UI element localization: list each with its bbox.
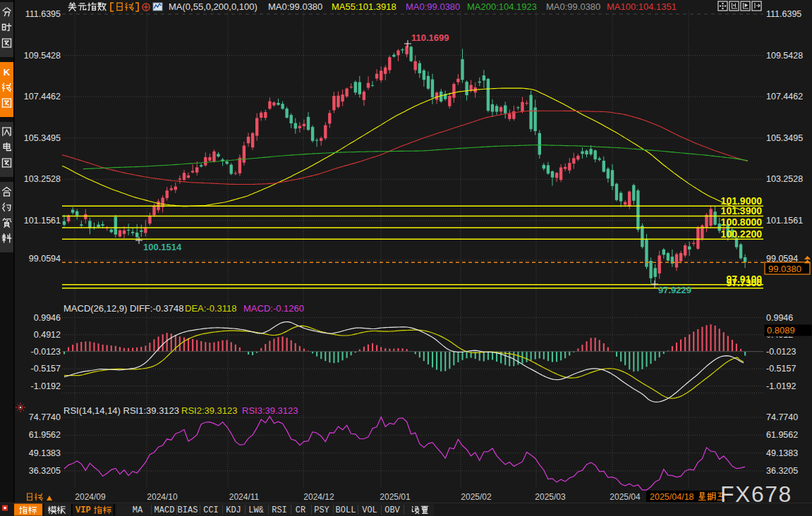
svg-text:MA200:104.1923: MA200:104.1923 bbox=[467, 1, 537, 12]
svg-text:97.9229: 97.9229 bbox=[658, 285, 691, 295]
svg-text:107.4462: 107.4462 bbox=[766, 92, 803, 102]
svg-text:MACD: MACD bbox=[154, 505, 175, 515]
svg-text:OBV: OBV bbox=[384, 505, 400, 515]
svg-text:36.3205: 36.3205 bbox=[29, 466, 61, 476]
svg-text:99.0594: 99.0594 bbox=[29, 254, 61, 264]
svg-text:-0.0123: -0.0123 bbox=[31, 347, 61, 357]
svg-text:100.8000: 100.8000 bbox=[721, 216, 763, 228]
svg-text:MA0:99.0380: MA0:99.0380 bbox=[406, 1, 460, 12]
svg-text:-1.0192: -1.0192 bbox=[766, 381, 796, 391]
svg-text:0.4912: 0.4912 bbox=[34, 330, 61, 340]
svg-text:61.9562: 61.9562 bbox=[766, 430, 798, 440]
svg-text:CCI: CCI bbox=[203, 505, 219, 515]
svg-text:MA(0,55,0,200,0,100): MA(0,55,0,200,0,100) bbox=[169, 1, 257, 12]
svg-text:0.9946: 0.9946 bbox=[766, 313, 793, 323]
svg-text:109.5428: 109.5428 bbox=[766, 51, 803, 61]
svg-text:MACD(26,12,9) DIFF:-0.3748: MACD(26,12,9) DIFF:-0.3748 bbox=[63, 303, 184, 314]
svg-text:101.1561: 101.1561 bbox=[766, 216, 803, 226]
svg-text:74.7740: 74.7740 bbox=[29, 412, 61, 422]
svg-text:2024/10: 2024/10 bbox=[147, 492, 178, 502]
svg-text:BOLL: BOLL bbox=[336, 505, 356, 515]
svg-text:105.3495: 105.3495 bbox=[766, 133, 803, 143]
svg-text:2024/11: 2024/11 bbox=[229, 492, 260, 502]
svg-text:PSY: PSY bbox=[314, 505, 329, 515]
svg-text:103.2528: 103.2528 bbox=[24, 174, 61, 184]
svg-text:49.1383: 49.1383 bbox=[766, 448, 798, 458]
svg-text:MA: MA bbox=[133, 505, 143, 515]
svg-text:2025/01: 2025/01 bbox=[380, 492, 411, 502]
svg-text:74.7740: 74.7740 bbox=[766, 412, 798, 422]
svg-text:2025/02: 2025/02 bbox=[461, 492, 492, 502]
svg-text:RSI3:39.3123: RSI3:39.3123 bbox=[242, 405, 298, 416]
svg-text:RSI(14,14,14) RSI1:39.3123: RSI(14,14,14) RSI1:39.3123 bbox=[63, 405, 179, 416]
svg-text:VIP: VIP bbox=[75, 505, 91, 515]
svg-text:49.1383: 49.1383 bbox=[29, 448, 61, 458]
svg-text:CR: CR bbox=[296, 505, 305, 515]
svg-text:97.7300: 97.7300 bbox=[726, 277, 762, 288]
svg-text:103.2528: 103.2528 bbox=[766, 174, 803, 184]
svg-text:LW&: LW& bbox=[248, 505, 264, 515]
svg-text:111.6395: 111.6395 bbox=[766, 9, 801, 19]
svg-text:-0.0123: -0.0123 bbox=[766, 347, 796, 357]
svg-text:110.1699: 110.1699 bbox=[411, 32, 449, 43]
svg-text:107.4462: 107.4462 bbox=[24, 92, 61, 102]
svg-text:RSI2:39.3123: RSI2:39.3123 bbox=[181, 405, 238, 416]
svg-text:KDJ: KDJ bbox=[226, 505, 241, 515]
svg-text:100.2200: 100.2200 bbox=[721, 228, 763, 240]
svg-text:VOL: VOL bbox=[362, 505, 377, 515]
svg-text:MA55:101.3918: MA55:101.3918 bbox=[332, 1, 396, 12]
svg-text:100.1514: 100.1514 bbox=[143, 242, 182, 252]
svg-text:2024/09: 2024/09 bbox=[75, 492, 106, 502]
svg-text:0.9946: 0.9946 bbox=[34, 313, 61, 323]
svg-text:MA0:99.0380: MA0:99.0380 bbox=[268, 1, 322, 12]
svg-text:-0.5157: -0.5157 bbox=[766, 364, 796, 374]
svg-text:2024/12: 2024/12 bbox=[303, 492, 334, 502]
svg-text:2025/03: 2025/03 bbox=[535, 492, 566, 502]
svg-text:109.5428: 109.5428 bbox=[24, 51, 61, 61]
svg-text:RSI: RSI bbox=[272, 505, 287, 515]
svg-text:-0.5157: -0.5157 bbox=[31, 364, 61, 374]
svg-text:36.3205: 36.3205 bbox=[766, 466, 798, 476]
svg-text:MACD:-0.1260: MACD:-0.1260 bbox=[243, 303, 304, 314]
svg-text:61.9562: 61.9562 bbox=[29, 430, 61, 440]
svg-text:105.3495: 105.3495 bbox=[24, 133, 61, 143]
svg-text:2025/04: 2025/04 bbox=[610, 492, 641, 502]
svg-text:-1.0192: -1.0192 bbox=[31, 381, 61, 391]
svg-text:K: K bbox=[4, 67, 11, 78]
svg-text:MA100:104.1351: MA100:104.1351 bbox=[607, 1, 677, 12]
svg-text:2025/04/18: 2025/04/18 bbox=[650, 492, 694, 502]
svg-text:101.1561: 101.1561 bbox=[24, 216, 61, 226]
svg-text:BIAS: BIAS bbox=[178, 505, 198, 515]
svg-text:MA0:99.0380: MA0:99.0380 bbox=[546, 1, 600, 12]
svg-text:101.3900: 101.3900 bbox=[721, 205, 763, 216]
svg-text:DEA:-0.3118: DEA:-0.3118 bbox=[185, 303, 236, 314]
svg-text:0.8089: 0.8089 bbox=[767, 325, 795, 336]
svg-text:111.6395: 111.6395 bbox=[25, 9, 61, 19]
svg-text:99.0380: 99.0380 bbox=[768, 264, 801, 274]
